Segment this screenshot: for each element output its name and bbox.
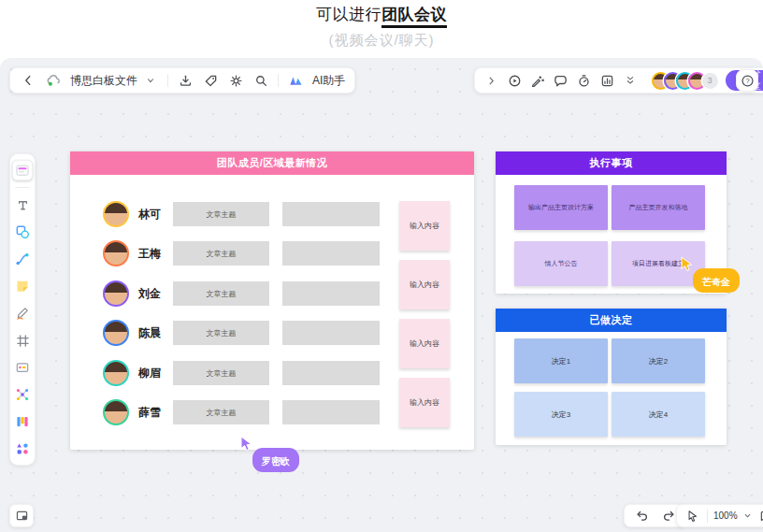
cursor-name-pill: 罗密欧 bbox=[252, 448, 299, 472]
topic-bar[interactable]: 文章主题 bbox=[173, 321, 269, 345]
card-tool-icon[interactable] bbox=[12, 357, 33, 378]
member-avatar bbox=[103, 201, 129, 227]
zoom-level[interactable]: 100% bbox=[713, 510, 738, 521]
collapse-double-chevron-icon[interactable] bbox=[623, 72, 639, 89]
ai-logo-icon bbox=[287, 72, 304, 89]
text-tool-icon[interactable] bbox=[12, 194, 33, 215]
member-name: 林可 bbox=[138, 207, 161, 223]
sticky-note[interactable]: 输入内容 bbox=[399, 378, 450, 427]
member-name: 王梅 bbox=[138, 246, 161, 262]
decisions-panel-header: 已做决定 bbox=[496, 309, 727, 332]
undo-icon[interactable] bbox=[633, 508, 650, 525]
zoom-controls: 100% bbox=[676, 504, 763, 527]
chart-widget-icon[interactable] bbox=[599, 72, 615, 89]
apps-tool-icon[interactable] bbox=[12, 439, 33, 459]
redo-icon[interactable] bbox=[660, 508, 677, 525]
collaborator-avatars[interactable]: 3 bbox=[646, 72, 718, 90]
member-name: 薛雪 bbox=[138, 405, 161, 421]
timer-icon[interactable] bbox=[576, 72, 592, 89]
topic-bar[interactable]: 文章主题 bbox=[173, 400, 269, 424]
whiteboard-app: 可以进行团队会议 (视频会议/聊天) 博思白板文件 bbox=[0, 0, 763, 532]
topic-bar-empty[interactable] bbox=[282, 281, 380, 306]
toolbar-divider bbox=[278, 74, 279, 87]
pointer-icon[interactable] bbox=[684, 508, 701, 525]
member-avatar bbox=[103, 320, 129, 346]
topic-bar[interactable]: 文章主题 bbox=[173, 281, 269, 306]
topic-bar-empty[interactable] bbox=[282, 241, 380, 266]
topic-bar[interactable]: 文章主题 bbox=[173, 202, 269, 226]
sticky-note[interactable]: 输入内容 bbox=[399, 319, 450, 368]
decision-card[interactable]: 决定3 bbox=[514, 392, 608, 437]
page-header: 可以进行团队会议 (视频会议/聊天) bbox=[0, 4, 763, 50]
ai-assistant-button[interactable]: AI助手 bbox=[312, 73, 345, 89]
tag-icon[interactable] bbox=[202, 72, 219, 89]
members-panel[interactable]: 团队成员/区域最新情况 林可 文章主题 王梅 文章主题 刘金 文章主题 陈晨 文… bbox=[70, 151, 474, 450]
page-title: 可以进行团队会议 bbox=[0, 4, 763, 25]
topic-bar-empty[interactable] bbox=[282, 400, 380, 424]
comment-bubble-icon[interactable] bbox=[553, 72, 569, 89]
search-icon[interactable] bbox=[252, 72, 269, 89]
page-subtitle: (视频会议/聊天) bbox=[0, 32, 763, 50]
presentation-play-icon[interactable] bbox=[507, 72, 523, 89]
cursor-arrow-icon bbox=[680, 256, 695, 272]
top-right-toolbar: 3 分享 bbox=[474, 67, 763, 93]
member-avatar bbox=[103, 240, 129, 266]
shapes-tool-icon[interactable] bbox=[12, 222, 33, 242]
topic-bar[interactable]: 文章主题 bbox=[173, 361, 269, 385]
member-name: 柳眉 bbox=[138, 366, 161, 381]
templates-tool-icon[interactable] bbox=[12, 160, 33, 180]
help-button[interactable]: ? bbox=[736, 69, 758, 92]
sticky-note[interactable]: 输入内容 bbox=[399, 260, 450, 309]
topic-bar[interactable]: 文章主题 bbox=[173, 241, 269, 266]
title-emphasis: 团队会议 bbox=[382, 6, 447, 28]
sticky-note[interactable]: 输入内容 bbox=[399, 201, 450, 251]
member-avatar bbox=[103, 280, 129, 307]
topic-bar-empty[interactable] bbox=[282, 321, 380, 345]
toolbar-divider bbox=[707, 510, 708, 523]
topic-bar-empty[interactable] bbox=[282, 202, 380, 226]
sticky-note-tool-icon[interactable] bbox=[12, 276, 33, 296]
avatar-overflow-count[interactable]: 3 bbox=[702, 73, 718, 89]
laser-pointer-icon[interactable] bbox=[530, 72, 546, 89]
decision-card[interactable]: 决定1 bbox=[514, 338, 608, 383]
minimap-icon[interactable] bbox=[758, 508, 763, 525]
zoom-chevron-icon[interactable] bbox=[743, 508, 753, 525]
cursor-arrow-icon bbox=[239, 436, 254, 452]
members-panel-header: 团队成员/区域最新情况 bbox=[70, 151, 474, 175]
member-name: 陈晨 bbox=[138, 325, 161, 341]
collaborator-cursor-romeo: 罗密欧 bbox=[239, 436, 254, 455]
connector-tool-icon[interactable] bbox=[12, 249, 33, 269]
member-name: 刘金 bbox=[138, 286, 161, 302]
member-avatar bbox=[103, 399, 129, 425]
mind-map-tool-icon[interactable] bbox=[12, 384, 33, 405]
file-name[interactable]: 博思白板文件 bbox=[70, 73, 137, 89]
topic-bar-empty[interactable] bbox=[282, 361, 380, 385]
expand-chevron-icon[interactable] bbox=[483, 72, 499, 89]
action-card[interactable]: 输出产品主页设计方案 bbox=[514, 185, 608, 230]
file-menu-chevron-icon[interactable] bbox=[142, 72, 159, 89]
title-prefix: 可以进行 bbox=[316, 6, 382, 23]
decision-card[interactable]: 决定4 bbox=[612, 392, 705, 437]
frames-button[interactable] bbox=[9, 504, 34, 527]
download-icon[interactable] bbox=[177, 72, 194, 89]
collaborator-cursor-munchkin: 芒奇金 bbox=[680, 256, 695, 276]
cursor-name-pill: 芒奇金 bbox=[693, 268, 740, 293]
boardmix-logo-icon bbox=[45, 72, 62, 89]
top-left-toolbar: 博思白板文件 AI助手 bbox=[9, 67, 355, 93]
back-chevron-icon[interactable] bbox=[20, 72, 36, 89]
frame-screen-icon bbox=[15, 509, 29, 523]
tool-sidebar bbox=[9, 153, 36, 466]
cursor-user-name: 芒奇金 bbox=[702, 277, 730, 287]
decision-card[interactable]: 决定2 bbox=[612, 338, 705, 383]
action-card[interactable]: 产品主页开发和落地 bbox=[612, 185, 705, 230]
pen-tool-icon[interactable] bbox=[12, 303, 33, 324]
sidebar-divider bbox=[15, 187, 30, 188]
decisions-panel[interactable]: 已做决定 决定1 决定2 决定3 决定4 bbox=[496, 309, 727, 445]
frame-tool-icon[interactable] bbox=[12, 330, 33, 351]
cursor-user-name: 罗密欧 bbox=[262, 456, 290, 467]
settings-gear-icon[interactable] bbox=[227, 72, 244, 89]
actions-panel-header: 执行事项 bbox=[496, 151, 727, 175]
action-card[interactable]: 情人节公告 bbox=[514, 241, 608, 286]
toolbar-divider bbox=[167, 74, 168, 87]
table-tool-icon[interactable] bbox=[12, 411, 33, 432]
